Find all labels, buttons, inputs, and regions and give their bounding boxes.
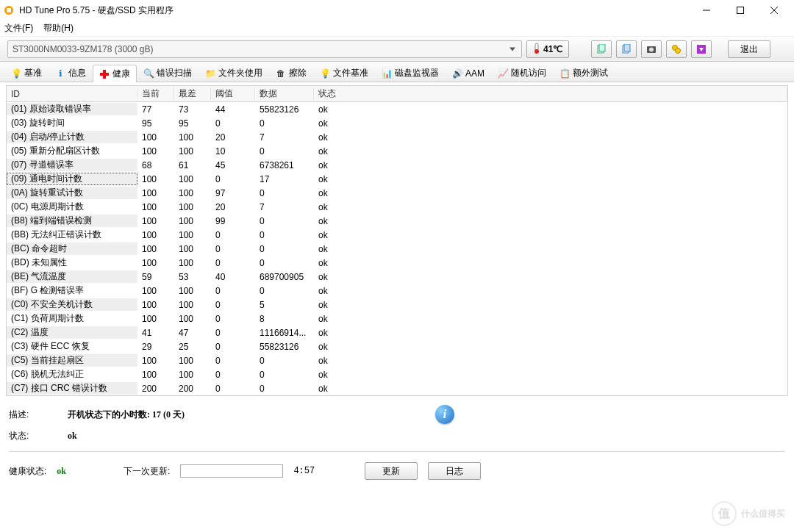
cell-id: (0A) 旋转重试计数: [7, 187, 137, 199]
cell-status: ok: [314, 132, 787, 143]
table-row[interactable]: (07) 寻道错误率6861456738261ok: [7, 158, 787, 172]
cell-worst: 100: [174, 244, 211, 254]
save-screenshot-button[interactable]: [641, 40, 662, 58]
table-header: ID 当前 最差 阈值 数据 状态: [7, 86, 787, 102]
info-badge-icon[interactable]: i: [435, 405, 454, 424]
maximize-button[interactable]: [723, 0, 757, 21]
cell-id: (C0) 不安全关机计数: [7, 298, 137, 311]
table-row[interactable]: (B8) 端到端错误检测100100990ok: [7, 214, 787, 228]
svg-rect-1: [7, 8, 11, 12]
folder-icon: 📁: [205, 68, 215, 79]
cell-data: 0: [255, 216, 314, 226]
tab-extra-tests[interactable]: 📋额外测试: [553, 64, 615, 82]
exit-button[interactable]: 退出: [728, 40, 770, 58]
tab-disk-monitor[interactable]: 📊磁盘监视器: [375, 64, 446, 82]
temperature-indicator[interactable]: 41℃: [526, 40, 569, 58]
refresh-button[interactable]: 更新: [365, 462, 418, 480]
cell-id: (BF) G 检测错误率: [7, 284, 137, 297]
cell-worst: 47: [174, 328, 211, 338]
tab-file-benchmark[interactable]: 💡文件基准: [313, 64, 375, 82]
table-row[interactable]: (C7) 接口 CRC 错误计数20020000ok: [7, 381, 787, 395]
table-row[interactable]: (BF) G 检测错误率10010000ok: [7, 284, 787, 298]
cell-data: 0: [255, 118, 314, 129]
tab-info[interactable]: ℹ信息: [49, 64, 93, 82]
description-block: 描述: 开机状态下的小时数: 17 (0 天) i 状态: ok 健康状态: o…: [6, 396, 788, 487]
table-row[interactable]: (BB) 无法纠正错误计数10010000ok: [7, 228, 787, 242]
table-row[interactable]: (0A) 旋转重试计数100100970ok: [7, 186, 787, 200]
cell-worst: 100: [174, 314, 211, 324]
cell-data: 0: [255, 188, 314, 198]
close-button[interactable]: [757, 0, 791, 21]
table-row[interactable]: (BE) 气流温度595340689700905ok: [7, 270, 787, 284]
tab-folder-usage[interactable]: 📁文件夹使用: [198, 64, 269, 82]
table-row[interactable]: (C1) 负荷周期计数10010008ok: [7, 312, 787, 326]
cell-worst: 73: [174, 104, 211, 115]
cell-current: 100: [137, 356, 174, 366]
window-title: HD Tune Pro 5.75 - 硬盘/SSD 实用程序: [19, 4, 690, 17]
table-row[interactable]: (C5) 当前挂起扇区10010000ok: [7, 353, 787, 367]
cell-id: (C7) 接口 CRC 错误计数: [7, 382, 137, 395]
table-row[interactable]: (09) 通电时间计数100100017ok: [7, 172, 787, 186]
table-row[interactable]: (01) 原始读取错误率77734455823126ok: [7, 102, 787, 116]
tab-health[interactable]: 健康: [93, 65, 137, 82]
drive-select[interactable]: ST3000NM0033-9ZM178 (3000 gB): [7, 40, 522, 58]
options-button[interactable]: [666, 40, 687, 58]
cell-threshold: 0: [211, 356, 255, 366]
log-button[interactable]: 日志: [428, 462, 481, 480]
tab-error-scan[interactable]: 🔍错误扫描: [137, 64, 198, 82]
cell-data: 0: [255, 384, 314, 394]
header-current[interactable]: 当前: [137, 87, 174, 100]
tab-benchmark[interactable]: 💡基准: [4, 64, 49, 82]
menu-file[interactable]: 文件(F): [4, 22, 33, 35]
cell-id: (07) 寻道错误率: [7, 159, 137, 171]
table-row[interactable]: (C2) 温度4147011166914...ok: [7, 326, 787, 339]
cell-worst: 53: [174, 272, 211, 282]
tab-erase[interactable]: 🗑擦除: [269, 64, 313, 82]
cell-data: 55823126: [255, 342, 314, 352]
cell-threshold: 0: [211, 258, 255, 268]
app-icon: [3, 4, 15, 16]
cell-id: (0C) 电源周期计数: [7, 201, 137, 213]
cell-current: 77: [137, 104, 174, 115]
cell-threshold: 0: [211, 384, 255, 394]
table-row[interactable]: (C3) 硬件 ECC 恢复2925055823126ok: [7, 339, 787, 353]
copy-screenshot-button[interactable]: [616, 40, 637, 58]
toolbar: ST3000NM0033-9ZM178 (3000 gB) 41℃ 退出: [0, 37, 794, 62]
cell-id: (BC) 命令超时: [7, 242, 137, 255]
table-row[interactable]: (C6) 脱机无法纠正10010000ok: [7, 367, 787, 381]
header-worst[interactable]: 最差: [174, 87, 211, 100]
cell-status: ok: [314, 104, 787, 115]
table-row[interactable]: (0C) 电源周期计数100100207ok: [7, 200, 787, 214]
minimize-button[interactable]: [690, 0, 723, 21]
cell-threshold: 0: [211, 300, 255, 310]
tab-random-access[interactable]: 📈随机访问: [491, 64, 553, 82]
next-update-time: 4:57: [293, 466, 315, 476]
header-status[interactable]: 状态: [314, 87, 787, 100]
cell-current: 95: [137, 118, 174, 129]
menu-help[interactable]: 帮助(H): [43, 22, 74, 35]
list-icon: 📋: [559, 68, 570, 79]
cell-worst: 95: [174, 118, 211, 129]
table-row[interactable]: (04) 启动/停止计数100100207ok: [7, 130, 787, 144]
thermometer-icon: [533, 43, 540, 57]
table-row[interactable]: (05) 重新分配扇区计数100100100ok: [7, 144, 787, 158]
header-id[interactable]: ID: [7, 89, 137, 99]
cell-id: (01) 原始读取错误率: [7, 103, 137, 115]
minimize-to-tray-button[interactable]: [691, 40, 712, 58]
cell-worst: 100: [174, 370, 211, 380]
cell-status: ok: [314, 202, 787, 212]
cell-status: ok: [314, 118, 787, 129]
cell-threshold: 0: [211, 370, 255, 380]
table-row[interactable]: (BC) 命令超时10010000ok: [7, 242, 787, 256]
cell-status: ok: [314, 272, 787, 282]
svg-point-7: [534, 49, 539, 54]
table-row[interactable]: (C0) 不安全关机计数10010005ok: [7, 298, 787, 312]
cell-current: 100: [137, 188, 174, 198]
cell-id: (BD) 未知属性: [7, 256, 137, 269]
tab-aam[interactable]: 🔊AAM: [446, 64, 491, 82]
table-row[interactable]: (BD) 未知属性10010000ok: [7, 256, 787, 270]
table-row[interactable]: (03) 旋转时间959500ok: [7, 116, 787, 130]
header-data[interactable]: 数据: [255, 87, 314, 100]
header-threshold[interactable]: 阈值: [211, 87, 255, 100]
copy-info-button[interactable]: [591, 40, 612, 58]
